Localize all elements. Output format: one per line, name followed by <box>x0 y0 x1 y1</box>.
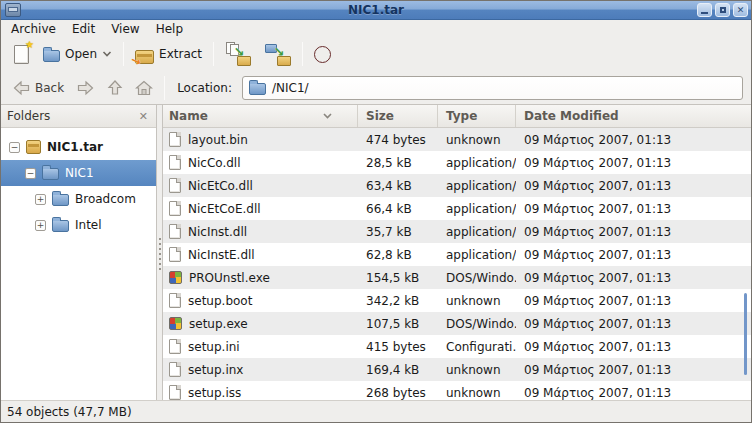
add-folder-button[interactable]: → <box>258 39 298 69</box>
table-row[interactable]: PROUnstl.exe154,5 kBDOS/Windo...09 Μάρτι… <box>163 266 751 289</box>
cell-date: 09 Μάρτιος 2007, 01:13 <box>516 363 751 377</box>
vertical-scrollbar-thumb[interactable] <box>744 293 747 375</box>
open-dropdown-icon[interactable] <box>102 50 112 58</box>
file-icon <box>169 132 181 147</box>
table-row[interactable]: setup.inx169,4 kBunknown09 Μάρτιος 2007,… <box>163 358 751 381</box>
table-row[interactable]: layout.bin474 bytesunknown09 Μάρτιος 200… <box>163 128 751 151</box>
cell-type: unknown <box>438 386 516 400</box>
close-button[interactable]: ✕ <box>733 3 748 17</box>
table-row[interactable]: NicCo.dll28,5 kBapplication/...09 Μάρτιο… <box>163 151 751 174</box>
menu-view[interactable]: View <box>103 21 147 37</box>
extract-button[interactable]: Extract <box>128 39 209 69</box>
file-list-header: Name Size Type Date Modified <box>163 105 751 128</box>
home-icon <box>135 80 153 96</box>
column-header-size[interactable]: Size <box>358 105 438 127</box>
titlebar[interactable]: NIC1.tar ✕ <box>1 1 751 20</box>
sidebar-close-icon[interactable]: ✕ <box>137 110 150 123</box>
tree-item-label: NIC1 <box>65 166 94 180</box>
tree-item-broadcom[interactable]: +Broadcom <box>1 186 156 212</box>
back-button[interactable]: Back <box>7 77 69 99</box>
file-list-body: layout.bin474 bytesunknown09 Μάρτιος 200… <box>163 128 751 400</box>
folder-icon <box>52 220 69 232</box>
cell-size: 66,4 kB <box>358 202 438 216</box>
cell-type: application/... <box>438 202 516 216</box>
collapse-icon[interactable]: − <box>25 168 36 179</box>
cell-date: 09 Μάρτιος 2007, 01:13 <box>516 202 751 216</box>
stop-button[interactable] <box>307 39 338 69</box>
cell-date: 09 Μάρτιος 2007, 01:13 <box>516 156 751 170</box>
folders-sidebar: Folders ✕ −NIC1.tar−NIC1+Broadcom+Intel <box>1 105 157 400</box>
table-row[interactable]: NicInstE.dll62,8 kBapplication/...09 Μάρ… <box>163 243 751 266</box>
file-icon <box>169 293 181 308</box>
tree-item-intel[interactable]: +Intel <box>1 212 156 238</box>
file-icon <box>169 155 181 170</box>
table-row[interactable]: NicEtCoE.dll66,4 kBapplication/...09 Μάρ… <box>163 197 751 220</box>
cell-name: setup.ini <box>163 339 358 354</box>
file-icon <box>169 385 181 400</box>
file-name: NicEtCoE.dll <box>188 202 261 216</box>
home-button[interactable] <box>130 77 158 99</box>
table-row[interactable]: setup.iss268 bytesunknown09 Μάρτιος 2007… <box>163 381 751 400</box>
toolbar-separator <box>213 42 214 66</box>
open-folder-icon <box>43 50 60 62</box>
expand-icon[interactable]: + <box>35 220 46 231</box>
column-header-date[interactable]: Date Modified <box>516 105 751 127</box>
table-row[interactable]: NicEtCo.dll63,4 kBapplication/...09 Μάρτ… <box>163 174 751 197</box>
toolbar-separator <box>123 42 124 66</box>
table-row[interactable]: setup.ini415 bytesConfigurati...09 Μάρτι… <box>163 335 751 358</box>
cell-date: 09 Μάρτιος 2007, 01:13 <box>516 294 751 308</box>
menu-edit[interactable]: Edit <box>64 21 103 37</box>
sidebar-header: Folders ✕ <box>1 105 156 128</box>
file-icon <box>169 339 181 354</box>
folder-icon <box>52 194 69 206</box>
menu-help[interactable]: Help <box>148 21 191 37</box>
forward-button[interactable] <box>71 77 100 99</box>
extract-button-label: Extract <box>159 47 202 61</box>
file-name: PROUnstl.exe <box>189 271 270 285</box>
location-input[interactable]: /NIC1/ <box>242 76 743 100</box>
collapse-icon[interactable]: − <box>9 142 20 153</box>
cell-type: application/... <box>438 156 516 170</box>
file-name: NicInst.dll <box>188 225 247 239</box>
cell-date: 09 Μάρτιος 2007, 01:13 <box>516 133 751 147</box>
cell-size: 35,7 kB <box>358 225 438 239</box>
add-files-button[interactable]: → <box>218 39 258 69</box>
file-list: Name Size Type Date Modified layout.bin4… <box>163 105 751 400</box>
table-row[interactable]: NicInst.dll35,7 kBapplication/...09 Μάρτ… <box>163 220 751 243</box>
up-arrow-icon <box>107 79 123 96</box>
maximize-button[interactable] <box>715 3 730 17</box>
new-archive-button[interactable] <box>7 39 36 69</box>
column-header-name[interactable]: Name <box>163 105 358 127</box>
toolbar-separator <box>164 76 165 100</box>
table-row[interactable]: setup.boot342,2 kBunknown09 Μάρτιος 2007… <box>163 289 751 312</box>
archive-manager-window: NIC1.tar ✕ Archive Edit View Help Open E… <box>0 0 752 423</box>
minimize-button[interactable] <box>697 3 712 17</box>
tree-item-nic1-tar[interactable]: −NIC1.tar <box>1 134 156 160</box>
tree-item-nic1[interactable]: −NIC1 <box>1 160 156 186</box>
cell-name: setup.inx <box>163 362 358 377</box>
cell-type: unknown <box>438 133 516 147</box>
expand-icon[interactable]: + <box>35 194 46 205</box>
column-header-date-label: Date Modified <box>524 109 619 123</box>
cell-type: application/... <box>438 225 516 239</box>
column-header-type[interactable]: Type <box>438 105 516 127</box>
column-header-name-label: Name <box>169 109 208 123</box>
toolbar-separator <box>302 42 303 66</box>
cell-type: Configurati... <box>438 340 516 354</box>
back-button-label: Back <box>35 81 64 95</box>
maximize-icon <box>720 7 726 13</box>
menu-archive[interactable]: Archive <box>3 21 64 37</box>
file-name: setup.iss <box>188 386 241 400</box>
cell-name: setup.exe <box>163 317 358 331</box>
cell-name: NicEtCo.dll <box>163 178 358 193</box>
cell-size: 63,4 kB <box>358 179 438 193</box>
cell-size: 342,2 kB <box>358 294 438 308</box>
statusbar-text: 54 objects (47,7 MB) <box>7 405 132 419</box>
file-icon <box>169 362 181 377</box>
table-row[interactable]: setup.exe107,5 kBDOS/Windo...09 Μάρτιος … <box>163 312 751 335</box>
folder-tree: −NIC1.tar−NIC1+Broadcom+Intel <box>1 128 156 238</box>
cell-size: 169,4 kB <box>358 363 438 377</box>
cell-name: PROUnstl.exe <box>163 271 358 285</box>
open-button[interactable]: Open <box>36 39 119 69</box>
up-button[interactable] <box>102 76 128 99</box>
